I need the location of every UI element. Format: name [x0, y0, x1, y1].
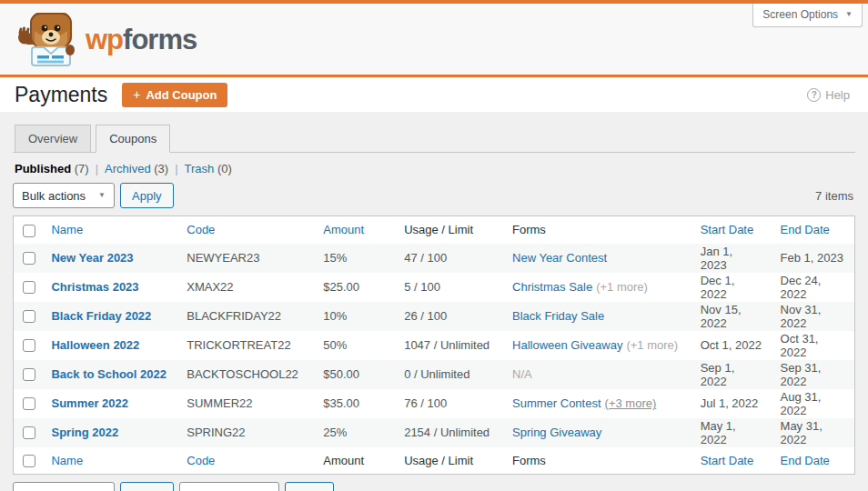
- row-checkbox[interactable]: [23, 339, 35, 352]
- type-filter-select[interactable]: All types ▼: [179, 482, 279, 491]
- coupon-forms-cell: Christmas Sale(+1 more): [503, 273, 691, 302]
- column-header-forms: Forms: [512, 223, 546, 236]
- column-header-name[interactable]: Name: [51, 223, 83, 236]
- brand-header: wpforms Screen Options ▼: [0, 0, 868, 77]
- tab-coupons[interactable]: Coupons: [96, 125, 170, 153]
- coupon-code: TRICKORTREAT22: [177, 331, 314, 360]
- coupon-name-link[interactable]: Summer 2022: [51, 396, 128, 410]
- filter-separator: |: [96, 162, 98, 175]
- page-title: Payments: [15, 85, 107, 105]
- table-row: Summer 2022SUMMER22$35.0076 / 100Summer …: [14, 389, 855, 418]
- start-date: Jan 1, 2023: [691, 244, 772, 273]
- coupon-name-link[interactable]: New Year 2023: [51, 251, 133, 265]
- coupon-amount: $25.00: [314, 273, 395, 302]
- start-date: May 1, 2022: [691, 418, 772, 447]
- items-count: 7 items: [815, 189, 855, 203]
- coupon-usage: 47 / 100: [395, 244, 503, 273]
- forms-more-label: (+1 more): [626, 338, 678, 352]
- coupon-usage: 5 / 100: [395, 273, 503, 302]
- filter-trash[interactable]: Trash (0): [185, 162, 232, 175]
- column-header-amount[interactable]: Amount: [323, 223, 364, 236]
- bottom-toolbar: Bulk actions ▼ Apply All types ▼ Filter …: [13, 482, 855, 491]
- column-header-end-date[interactable]: End Date: [781, 223, 830, 236]
- chevron-down-icon: ▼: [98, 192, 106, 199]
- table-row: Halloween 2022TRICKORTREAT2250%1047 / Un…: [14, 331, 855, 360]
- coupon-name-link[interactable]: Black Friday 2022: [51, 309, 151, 323]
- add-coupon-button[interactable]: + Add Coupon: [122, 83, 227, 107]
- column-header-name[interactable]: Name: [51, 454, 83, 467]
- column-header-start-date[interactable]: Start Date: [701, 454, 754, 467]
- column-header-start-date[interactable]: Start Date: [701, 223, 754, 236]
- wpforms-wordmark: wpforms: [86, 25, 197, 54]
- end-date: Sep 31, 2022: [772, 360, 855, 389]
- select-all-checkbox[interactable]: [23, 455, 35, 467]
- column-header-forms: Forms: [512, 454, 546, 467]
- plus-icon: +: [133, 88, 140, 101]
- items-count-bottom: 7 items: [815, 488, 855, 491]
- coupon-usage: 76 / 100: [395, 389, 503, 418]
- coupon-usage: 26 / 100: [395, 302, 503, 331]
- top-toolbar: Bulk actions ▼ Apply 7 items: [13, 183, 855, 208]
- row-checkbox[interactable]: [23, 252, 35, 265]
- form-link[interactable]: Halloween Giveaway: [512, 338, 622, 352]
- column-header-end-date[interactable]: End Date: [781, 454, 830, 467]
- row-checkbox[interactable]: [23, 281, 35, 294]
- tab-overview[interactable]: Overview: [15, 125, 91, 153]
- content-area: OverviewCoupons Published (7)|Archived (…: [0, 112, 868, 491]
- apply-button[interactable]: Apply: [120, 183, 174, 208]
- forms-more-label[interactable]: (+3 more): [605, 396, 657, 410]
- start-date: Oct 1, 2022: [691, 331, 772, 360]
- column-header-usage-limit: Usage / Limit: [404, 454, 473, 467]
- coupon-forms-cell: New Year Contest: [503, 244, 691, 273]
- filter-button[interactable]: Filter: [285, 482, 335, 491]
- form-link[interactable]: Black Friday Sale: [512, 309, 604, 323]
- coupon-code: BLACKFRIDAY22: [177, 302, 314, 331]
- end-date: Dec 24, 2022: [772, 273, 855, 302]
- coupon-code: NEWYEAR23: [177, 244, 314, 273]
- coupon-forms-cell: Spring Giveaway: [503, 418, 691, 447]
- coupon-code: XMAX22: [177, 273, 314, 302]
- table-footer-row: NameCodeAmountUsage / LimitFormsStart Da…: [14, 447, 855, 475]
- end-date: May 31, 2022: [772, 418, 855, 447]
- form-link[interactable]: Summer Contest: [512, 396, 601, 410]
- help-icon: ?: [807, 88, 821, 102]
- status-filter-list: Published (7)|Archived (3)|Trash (0): [15, 162, 853, 175]
- row-checkbox[interactable]: [23, 397, 35, 410]
- row-checkbox[interactable]: [23, 368, 35, 381]
- row-checkbox[interactable]: [23, 426, 35, 439]
- column-header-code[interactable]: Code: [187, 454, 215, 467]
- form-link[interactable]: New Year Contest: [512, 251, 607, 265]
- coupon-amount: 15%: [314, 244, 395, 273]
- coupon-name-link[interactable]: Christmas 2023: [51, 280, 138, 294]
- table-row: Spring 2022SPRING2225%2154 / UnlimitedSp…: [14, 418, 855, 447]
- coupon-name-link[interactable]: Back to School 2022: [51, 367, 166, 381]
- coupon-amount: 10%: [314, 302, 395, 331]
- add-coupon-label: Add Coupon: [146, 88, 217, 102]
- start-date: Sep 1, 2022: [691, 360, 772, 389]
- coupon-usage: 2154 / Unlimited: [395, 418, 503, 447]
- bulk-actions-select[interactable]: Bulk actions ▼: [13, 183, 115, 208]
- screen-options-button[interactable]: Screen Options ▼: [752, 4, 863, 27]
- coupon-amount: $50.00: [314, 360, 395, 389]
- coupon-name-link[interactable]: Spring 2022: [51, 426, 118, 439]
- bulk-actions-select-bottom[interactable]: Bulk actions ▼: [13, 482, 115, 491]
- coupon-forms-cell: Summer Contest(+3 more): [503, 389, 691, 418]
- coupon-name-link[interactable]: Halloween 2022: [51, 338, 139, 352]
- table-row: Black Friday 2022BLACKFRIDAY2210%26 / 10…: [14, 302, 855, 331]
- coupons-table: NameCodeAmountUsage / LimitFormsStart Da…: [13, 215, 855, 475]
- wpforms-mascot-logo: [16, 11, 76, 67]
- row-checkbox[interactable]: [23, 310, 35, 323]
- chevron-down-icon: ▼: [845, 11, 853, 18]
- help-label: Help: [825, 88, 850, 102]
- apply-button-bottom[interactable]: Apply: [120, 482, 174, 491]
- filter-archived[interactable]: Archived (3): [105, 162, 168, 175]
- help-button[interactable]: ? Help: [807, 88, 850, 102]
- forms-na-text: N/A: [512, 367, 532, 381]
- column-header-code[interactable]: Code: [187, 223, 215, 236]
- form-link[interactable]: Christmas Sale: [512, 280, 592, 294]
- select-all-checkbox[interactable]: [23, 225, 35, 237]
- column-header-amount: Amount: [323, 454, 364, 467]
- coupon-forms-cell: Halloween Giveaway(+1 more): [503, 331, 691, 360]
- filter-published[interactable]: Published (7): [15, 162, 89, 175]
- form-link[interactable]: Spring Giveaway: [512, 426, 601, 439]
